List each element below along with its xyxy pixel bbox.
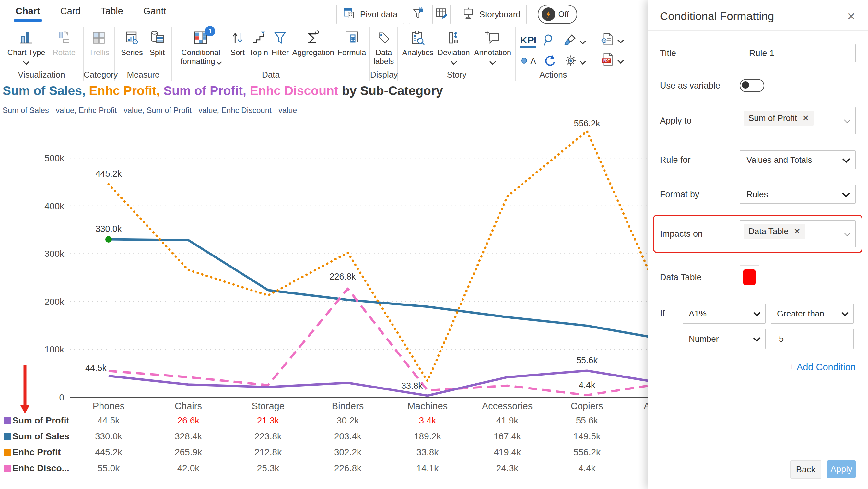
data-point-label: 55.6k <box>576 356 598 365</box>
table-cell[interactable]: 3.4k <box>419 416 437 425</box>
tab-card[interactable]: Card <box>60 6 81 20</box>
apply-to-dropdown[interactable]: Sum of Profit✕ <box>740 107 856 134</box>
table-cell[interactable]: 44.5k <box>98 416 120 425</box>
if-value-input[interactable] <box>771 329 854 349</box>
table-cell[interactable]: 203.4k <box>334 431 362 441</box>
aggregation-button[interactable]: Aggregation <box>292 29 334 57</box>
table-cell[interactable]: 55.6k <box>576 416 598 425</box>
if-measure-select[interactable]: Δ1% <box>683 304 766 324</box>
if-operator-select[interactable]: Greater than <box>771 304 854 324</box>
kpi-button[interactable]: KPI <box>520 35 536 48</box>
export-pdf-button[interactable]: PDF <box>599 52 623 69</box>
formula-button[interactable]: Formula <box>337 29 366 57</box>
series-line-enhc-profit[interactable] <box>108 131 651 381</box>
table-cell[interactable]: 189.2k <box>414 431 441 441</box>
series-line-sum-of-sales[interactable] <box>108 239 651 340</box>
filter-button[interactable]: Filter <box>272 29 289 57</box>
power-toggle[interactable]: Off <box>538 4 577 24</box>
legend-swatch[interactable] <box>4 417 11 424</box>
rule-title-input[interactable] <box>740 44 856 62</box>
table-cell[interactable]: 556.2k <box>574 447 601 457</box>
color-swatch-button[interactable] <box>740 265 759 289</box>
legend-swatch[interactable] <box>4 465 11 472</box>
table-cell[interactable]: 212.8k <box>254 447 282 457</box>
category-label[interactable]: Binders <box>332 401 364 411</box>
legend-label[interactable]: Sum of Sales <box>12 431 69 441</box>
close-icon[interactable]: ✕ <box>847 11 856 22</box>
format-painter-button[interactable] <box>564 33 585 49</box>
rule-for-select[interactable]: Values and Totals <box>740 150 856 169</box>
table-cell[interactable]: 24.3k <box>496 463 519 473</box>
format-by-select[interactable]: Rules <box>740 185 856 204</box>
table-cell[interactable]: 226.8k <box>334 463 362 473</box>
chart-type-button[interactable]: Chart Type <box>7 29 45 64</box>
table-cell[interactable]: 328.4k <box>175 431 202 441</box>
settings-button[interactable] <box>564 54 585 69</box>
legend-swatch[interactable] <box>4 433 11 440</box>
table-cell[interactable]: 42.0k <box>177 463 200 473</box>
edit-table-button[interactable] <box>432 4 451 24</box>
category-label[interactable]: Machines <box>407 401 447 411</box>
table-cell[interactable]: 265.9k <box>175 447 202 457</box>
table-cell[interactable]: 223.8k <box>254 431 282 441</box>
data-labels-button[interactable]: Data labels <box>373 29 394 65</box>
split-button[interactable]: Split <box>149 29 166 57</box>
table-cell[interactable]: 25.3k <box>257 463 279 473</box>
reset-button[interactable] <box>542 54 557 69</box>
add-condition-link[interactable]: + Add Condition <box>660 362 856 373</box>
sort-button[interactable]: Sort <box>229 29 246 57</box>
zoom-button[interactable] <box>542 33 557 49</box>
group-label-story: Story <box>398 70 515 80</box>
table-cell[interactable]: 419.4k <box>494 447 521 457</box>
series-button[interactable]: Series <box>121 29 143 57</box>
table-cell[interactable]: 302.2k <box>334 447 362 457</box>
tab-gantt[interactable]: Gantt <box>143 6 166 20</box>
legend-label[interactable]: Sum of Profit <box>12 416 69 425</box>
deviation-button[interactable]: Deviation <box>438 29 470 64</box>
category-label[interactable]: Accessories <box>482 401 532 411</box>
table-cell[interactable]: 14.1k <box>416 463 439 473</box>
rotate-button[interactable]: Rotate <box>53 29 75 57</box>
table-cell[interactable]: 30.2k <box>337 416 359 425</box>
use-as-variable-toggle[interactable] <box>740 79 764 92</box>
table-cell[interactable]: 41.9k <box>496 416 519 425</box>
table-cell[interactable]: 21.3k <box>257 416 279 425</box>
legend-swatch[interactable] <box>4 449 11 456</box>
filter-lock-button[interactable] <box>409 4 427 24</box>
data-point-marker[interactable] <box>105 236 112 243</box>
conditional-formatting-button[interactable]: 1 Conditional formatting <box>175 29 226 65</box>
chip-remove-icon[interactable]: ✕ <box>794 227 801 236</box>
back-button[interactable]: Back <box>790 460 821 479</box>
analytics-button[interactable]: Analytics <box>402 29 433 57</box>
if-value-type-select[interactable]: Number <box>683 329 766 349</box>
export-settings-button[interactable] <box>599 32 623 49</box>
top-n-button[interactable]: Top n <box>249 29 268 57</box>
chip-remove-icon[interactable]: ✕ <box>802 114 809 123</box>
legend-label[interactable]: Enhc Disco... <box>12 463 69 473</box>
category-label[interactable]: Copiers <box>571 401 603 411</box>
table-cell[interactable]: 167.4k <box>494 431 521 441</box>
category-label[interactable]: Chairs <box>175 401 202 411</box>
tab-chart[interactable]: Chart <box>16 6 40 20</box>
table-cell[interactable]: 4.4k <box>579 463 596 473</box>
series-line-sum-of-profit[interactable] <box>108 371 651 396</box>
table-cell[interactable]: 330.0k <box>95 431 123 441</box>
category-label[interactable]: Storage <box>251 401 285 411</box>
table-cell[interactable]: 445.2k <box>95 447 123 457</box>
table-cell[interactable]: 26.6k <box>177 416 200 425</box>
annotation-button[interactable]: Annotation <box>474 29 511 64</box>
y-axis-tick: 0 <box>59 392 64 402</box>
tab-table[interactable]: Table <box>101 6 123 20</box>
pivot-data-button[interactable]: Pivot data <box>336 4 404 24</box>
trellis-button[interactable]: Trellis <box>89 29 109 57</box>
impacts-on-dropdown[interactable]: Data Table✕ <box>740 220 856 247</box>
category-label[interactable]: Phones <box>93 401 124 411</box>
highlight-label-button[interactable]: A <box>521 56 536 66</box>
table-cell[interactable]: 149.5k <box>574 431 601 441</box>
storyboard-button[interactable]: Storyboard <box>456 4 527 24</box>
table-cell[interactable]: 33.8k <box>416 447 439 457</box>
table-cell[interactable]: 55.0k <box>98 463 120 473</box>
chevron-down-icon <box>617 57 624 64</box>
apply-button[interactable]: Apply <box>827 460 856 478</box>
legend-label[interactable]: Enhc Profit <box>12 447 61 457</box>
